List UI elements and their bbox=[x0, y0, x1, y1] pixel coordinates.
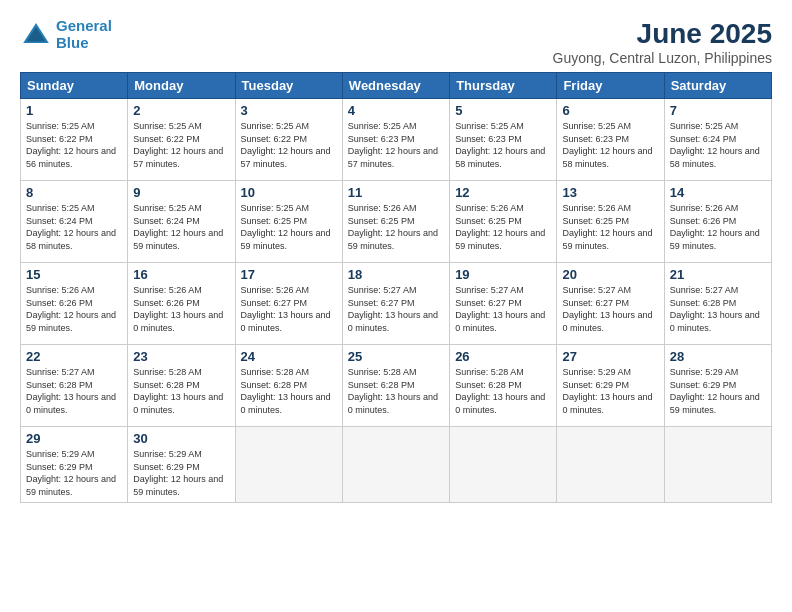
day-number: 12 bbox=[455, 185, 551, 200]
day-number: 4 bbox=[348, 103, 444, 118]
table-row bbox=[342, 427, 449, 503]
cell-content: Sunrise: 5:25 AMSunset: 6:22 PMDaylight:… bbox=[26, 121, 116, 169]
day-number: 21 bbox=[670, 267, 766, 282]
day-number: 19 bbox=[455, 267, 551, 282]
col-thursday: Thursday bbox=[450, 73, 557, 99]
table-row: 22Sunrise: 5:27 AMSunset: 6:28 PMDayligh… bbox=[21, 345, 128, 427]
table-row: 3Sunrise: 5:25 AMSunset: 6:22 PMDaylight… bbox=[235, 99, 342, 181]
day-number: 29 bbox=[26, 431, 122, 446]
calendar-week-row: 22Sunrise: 5:27 AMSunset: 6:28 PMDayligh… bbox=[21, 345, 772, 427]
table-row bbox=[235, 427, 342, 503]
day-number: 7 bbox=[670, 103, 766, 118]
cell-content: Sunrise: 5:29 AMSunset: 6:29 PMDaylight:… bbox=[670, 367, 760, 415]
table-row: 12Sunrise: 5:26 AMSunset: 6:25 PMDayligh… bbox=[450, 181, 557, 263]
cell-content: Sunrise: 5:26 AMSunset: 6:26 PMDaylight:… bbox=[670, 203, 760, 251]
table-row: 16Sunrise: 5:26 AMSunset: 6:26 PMDayligh… bbox=[128, 263, 235, 345]
day-number: 23 bbox=[133, 349, 229, 364]
table-row: 28Sunrise: 5:29 AMSunset: 6:29 PMDayligh… bbox=[664, 345, 771, 427]
cell-content: Sunrise: 5:26 AMSunset: 6:25 PMDaylight:… bbox=[348, 203, 438, 251]
title-block: June 2025 Guyong, Central Luzon, Philipp… bbox=[553, 18, 772, 66]
cell-content: Sunrise: 5:29 AMSunset: 6:29 PMDaylight:… bbox=[26, 449, 116, 497]
cell-content: Sunrise: 5:28 AMSunset: 6:28 PMDaylight:… bbox=[133, 367, 223, 415]
logo-icon bbox=[20, 19, 52, 51]
table-row: 6Sunrise: 5:25 AMSunset: 6:23 PMDaylight… bbox=[557, 99, 664, 181]
table-row: 24Sunrise: 5:28 AMSunset: 6:28 PMDayligh… bbox=[235, 345, 342, 427]
day-number: 20 bbox=[562, 267, 658, 282]
cell-content: Sunrise: 5:29 AMSunset: 6:29 PMDaylight:… bbox=[562, 367, 652, 415]
table-row: 27Sunrise: 5:29 AMSunset: 6:29 PMDayligh… bbox=[557, 345, 664, 427]
table-row: 8Sunrise: 5:25 AMSunset: 6:24 PMDaylight… bbox=[21, 181, 128, 263]
table-row bbox=[450, 427, 557, 503]
cell-content: Sunrise: 5:27 AMSunset: 6:28 PMDaylight:… bbox=[670, 285, 760, 333]
cell-content: Sunrise: 5:25 AMSunset: 6:23 PMDaylight:… bbox=[562, 121, 652, 169]
cell-content: Sunrise: 5:28 AMSunset: 6:28 PMDaylight:… bbox=[348, 367, 438, 415]
table-row: 17Sunrise: 5:26 AMSunset: 6:27 PMDayligh… bbox=[235, 263, 342, 345]
day-number: 8 bbox=[26, 185, 122, 200]
day-number: 10 bbox=[241, 185, 337, 200]
cell-content: Sunrise: 5:26 AMSunset: 6:26 PMDaylight:… bbox=[133, 285, 223, 333]
cell-content: Sunrise: 5:25 AMSunset: 6:22 PMDaylight:… bbox=[241, 121, 331, 169]
table-row: 10Sunrise: 5:25 AMSunset: 6:25 PMDayligh… bbox=[235, 181, 342, 263]
calendar-header-row: Sunday Monday Tuesday Wednesday Thursday… bbox=[21, 73, 772, 99]
day-number: 2 bbox=[133, 103, 229, 118]
day-number: 24 bbox=[241, 349, 337, 364]
day-number: 15 bbox=[26, 267, 122, 282]
page: General Blue June 2025 Guyong, Central L… bbox=[0, 0, 792, 612]
cell-content: Sunrise: 5:25 AMSunset: 6:23 PMDaylight:… bbox=[455, 121, 545, 169]
calendar-table: Sunday Monday Tuesday Wednesday Thursday… bbox=[20, 72, 772, 503]
day-number: 5 bbox=[455, 103, 551, 118]
day-number: 18 bbox=[348, 267, 444, 282]
day-number: 13 bbox=[562, 185, 658, 200]
cell-content: Sunrise: 5:27 AMSunset: 6:28 PMDaylight:… bbox=[26, 367, 116, 415]
cell-content: Sunrise: 5:29 AMSunset: 6:29 PMDaylight:… bbox=[133, 449, 223, 497]
col-wednesday: Wednesday bbox=[342, 73, 449, 99]
cell-content: Sunrise: 5:26 AMSunset: 6:27 PMDaylight:… bbox=[241, 285, 331, 333]
col-sunday: Sunday bbox=[21, 73, 128, 99]
table-row: 15Sunrise: 5:26 AMSunset: 6:26 PMDayligh… bbox=[21, 263, 128, 345]
day-number: 28 bbox=[670, 349, 766, 364]
logo-text: General Blue bbox=[56, 18, 112, 51]
table-row: 25Sunrise: 5:28 AMSunset: 6:28 PMDayligh… bbox=[342, 345, 449, 427]
calendar-week-row: 15Sunrise: 5:26 AMSunset: 6:26 PMDayligh… bbox=[21, 263, 772, 345]
cell-content: Sunrise: 5:28 AMSunset: 6:28 PMDaylight:… bbox=[455, 367, 545, 415]
day-number: 3 bbox=[241, 103, 337, 118]
cell-content: Sunrise: 5:26 AMSunset: 6:25 PMDaylight:… bbox=[562, 203, 652, 251]
cell-content: Sunrise: 5:25 AMSunset: 6:25 PMDaylight:… bbox=[241, 203, 331, 251]
table-row: 5Sunrise: 5:25 AMSunset: 6:23 PMDaylight… bbox=[450, 99, 557, 181]
table-row: 13Sunrise: 5:26 AMSunset: 6:25 PMDayligh… bbox=[557, 181, 664, 263]
calendar-week-row: 1Sunrise: 5:25 AMSunset: 6:22 PMDaylight… bbox=[21, 99, 772, 181]
table-row bbox=[557, 427, 664, 503]
table-row: 11Sunrise: 5:26 AMSunset: 6:25 PMDayligh… bbox=[342, 181, 449, 263]
table-row: 4Sunrise: 5:25 AMSunset: 6:23 PMDaylight… bbox=[342, 99, 449, 181]
main-title: June 2025 bbox=[553, 18, 772, 50]
day-number: 1 bbox=[26, 103, 122, 118]
day-number: 25 bbox=[348, 349, 444, 364]
table-row: 23Sunrise: 5:28 AMSunset: 6:28 PMDayligh… bbox=[128, 345, 235, 427]
day-number: 22 bbox=[26, 349, 122, 364]
table-row: 29Sunrise: 5:29 AMSunset: 6:29 PMDayligh… bbox=[21, 427, 128, 503]
cell-content: Sunrise: 5:25 AMSunset: 6:23 PMDaylight:… bbox=[348, 121, 438, 169]
day-number: 9 bbox=[133, 185, 229, 200]
col-saturday: Saturday bbox=[664, 73, 771, 99]
day-number: 30 bbox=[133, 431, 229, 446]
table-row: 18Sunrise: 5:27 AMSunset: 6:27 PMDayligh… bbox=[342, 263, 449, 345]
table-row: 21Sunrise: 5:27 AMSunset: 6:28 PMDayligh… bbox=[664, 263, 771, 345]
col-tuesday: Tuesday bbox=[235, 73, 342, 99]
cell-content: Sunrise: 5:27 AMSunset: 6:27 PMDaylight:… bbox=[348, 285, 438, 333]
header: General Blue June 2025 Guyong, Central L… bbox=[20, 18, 772, 66]
table-row: 2Sunrise: 5:25 AMSunset: 6:22 PMDaylight… bbox=[128, 99, 235, 181]
day-number: 6 bbox=[562, 103, 658, 118]
calendar-week-row: 8Sunrise: 5:25 AMSunset: 6:24 PMDaylight… bbox=[21, 181, 772, 263]
table-row: 20Sunrise: 5:27 AMSunset: 6:27 PMDayligh… bbox=[557, 263, 664, 345]
cell-content: Sunrise: 5:25 AMSunset: 6:24 PMDaylight:… bbox=[26, 203, 116, 251]
table-row: 9Sunrise: 5:25 AMSunset: 6:24 PMDaylight… bbox=[128, 181, 235, 263]
col-friday: Friday bbox=[557, 73, 664, 99]
cell-content: Sunrise: 5:26 AMSunset: 6:26 PMDaylight:… bbox=[26, 285, 116, 333]
day-number: 26 bbox=[455, 349, 551, 364]
table-row: 1Sunrise: 5:25 AMSunset: 6:22 PMDaylight… bbox=[21, 99, 128, 181]
cell-content: Sunrise: 5:25 AMSunset: 6:24 PMDaylight:… bbox=[670, 121, 760, 169]
col-monday: Monday bbox=[128, 73, 235, 99]
table-row: 19Sunrise: 5:27 AMSunset: 6:27 PMDayligh… bbox=[450, 263, 557, 345]
day-number: 17 bbox=[241, 267, 337, 282]
cell-content: Sunrise: 5:27 AMSunset: 6:27 PMDaylight:… bbox=[455, 285, 545, 333]
